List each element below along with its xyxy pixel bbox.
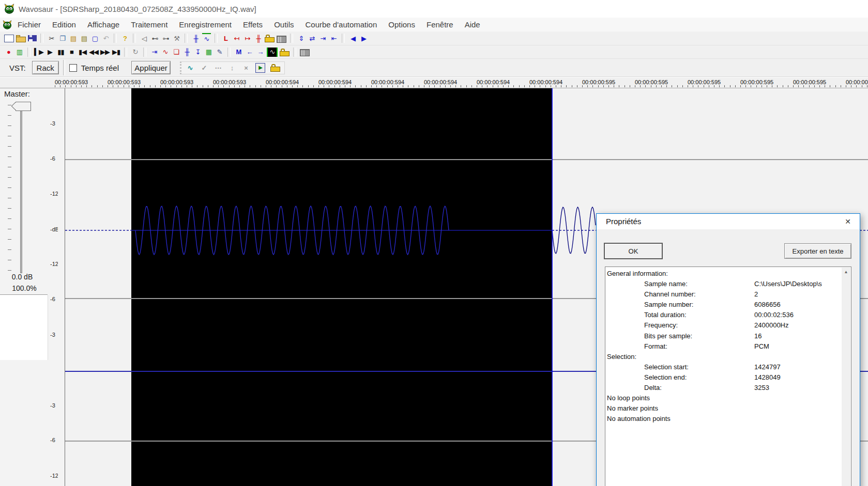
menu-affichage[interactable]: Affichage xyxy=(82,20,125,29)
properties-row: Sample name:C:\Users\JP\Desktop\s xyxy=(607,280,840,290)
ok-button[interactable]: OK xyxy=(604,243,663,259)
export-text-button[interactable]: Exporter en texte xyxy=(784,243,851,259)
paste-icon[interactable]: ▤ xyxy=(69,34,78,43)
wave-cut-icon[interactable]: ╫ xyxy=(254,34,263,43)
properties-row: Selection: xyxy=(607,353,840,363)
properties-row: No automation points xyxy=(607,415,840,425)
next-view-icon[interactable]: ▶ xyxy=(359,34,368,43)
wave-display-icon[interactable]: ╫ xyxy=(182,48,191,57)
lock-2-icon[interactable] xyxy=(280,51,290,56)
pause-icon[interactable]: ▮▮ xyxy=(56,48,65,57)
scroll-up-icon[interactable]: ▲ xyxy=(842,268,850,276)
marker-right-icon[interactable]: ↦ xyxy=(243,34,252,43)
marker-next-icon[interactable]: → xyxy=(256,48,265,57)
batch-file-icon[interactable]: ❏ xyxy=(172,48,180,57)
rewind-icon[interactable]: ◀◀ xyxy=(89,48,98,57)
db-scale-label: -3 xyxy=(50,120,58,128)
menu-effets[interactable]: Effets xyxy=(237,20,268,29)
wave-insert-icon[interactable]: ╫ xyxy=(191,34,200,43)
draw-wave-icon[interactable]: ✎ xyxy=(215,48,224,57)
apply-button[interactable]: Appliquer xyxy=(131,61,171,74)
open-file-icon[interactable] xyxy=(16,37,26,42)
cut-icon[interactable]: ✂ xyxy=(47,34,56,43)
play-icon[interactable]: ▶ xyxy=(45,48,54,57)
zoom-in-icon[interactable]: ⇥ xyxy=(318,34,327,43)
toolbar-separator xyxy=(185,34,188,43)
remove-vst-icon[interactable]: × xyxy=(241,63,250,72)
node-1-icon[interactable]: ⊷ xyxy=(150,34,159,43)
apply-check-icon[interactable]: ✓ xyxy=(200,63,208,72)
master-gain-value: 0.0 dB xyxy=(0,273,44,281)
help-icon[interactable]: ? xyxy=(120,34,129,43)
go-start-icon[interactable]: ▮◀ xyxy=(78,48,87,57)
ruler-label: 00:00:00:594 xyxy=(529,79,562,85)
copy-icon[interactable]: ❐ xyxy=(58,34,67,43)
tools-config-icon[interactable]: ⚒ xyxy=(172,34,181,43)
snap-zero-cross-icon[interactable]: ↧ xyxy=(193,48,202,57)
zoom-vertical-icon[interactable]: ⇕ xyxy=(297,34,306,43)
record-icon[interactable]: ● xyxy=(4,48,13,57)
menu-fen-tre[interactable]: Fenêtre xyxy=(421,20,459,29)
master-slider-handle[interactable] xyxy=(16,102,31,111)
fast-forward-icon[interactable]: ▶▶ xyxy=(100,48,110,57)
zoom-selection-icon[interactable]: ⇄ xyxy=(308,34,316,43)
automation-curve-icon[interactable]: ∿ xyxy=(186,63,194,72)
lock-1-icon[interactable] xyxy=(265,37,275,42)
menu-edition[interactable]: Edition xyxy=(47,20,82,29)
loop-point-icon[interactable]: L xyxy=(221,34,230,43)
ruler-label: 00:00:00:594 xyxy=(318,79,352,85)
marker-icon[interactable]: M xyxy=(234,48,243,57)
marker-left-icon[interactable]: ↤ xyxy=(232,34,241,43)
menu-fichier[interactable]: Fichier xyxy=(12,20,47,29)
db-scale-label: -6 xyxy=(50,437,58,444)
realtime-checkbox[interactable] xyxy=(69,64,77,72)
marker-prev-icon[interactable]: ← xyxy=(245,48,254,57)
resize-vst-icon[interactable]: ↕ xyxy=(227,63,236,72)
marker-wave-icon[interactable]: ∿ xyxy=(267,48,278,57)
zoom-out-icon[interactable]: ⇤ xyxy=(329,34,338,43)
rack-button[interactable]: Rack xyxy=(32,61,59,74)
dialog-title-bar[interactable]: Propriétés ✕ xyxy=(597,214,860,229)
delete-1-icon[interactable] xyxy=(277,36,286,43)
app-logo-icon xyxy=(4,4,14,14)
loop-playback-icon[interactable]: ↻ xyxy=(131,48,140,57)
monitor-levels-icon[interactable]: ▥ xyxy=(15,48,24,57)
audio-config-icon[interactable]: ◁ xyxy=(140,34,148,43)
select-all-icon[interactable]: ▢ xyxy=(90,34,99,43)
insert-file-icon[interactable]: ⇥ xyxy=(150,48,159,57)
properties-rows: General information:Sample name:C:\Users… xyxy=(607,270,840,425)
go-end-icon[interactable]: ▶▮ xyxy=(112,48,120,57)
ruler-label: 00:00:00:594 xyxy=(424,79,457,85)
play-from-cursor-icon[interactable]: ▍▶ xyxy=(34,48,43,57)
menu-outils[interactable]: Outils xyxy=(268,20,299,29)
new-file-icon[interactable] xyxy=(4,35,14,42)
paste-special-icon[interactable]: ▤ xyxy=(80,34,88,43)
node-2-icon[interactable]: ⊶ xyxy=(161,34,170,43)
delete-2-icon[interactable] xyxy=(300,49,310,56)
lock-3-icon[interactable] xyxy=(270,67,280,72)
master-volume-value: 100.0% xyxy=(0,284,49,292)
statistics-icon[interactable]: ▦ xyxy=(204,48,213,57)
wave-normalize-icon[interactable]: ∿ xyxy=(202,33,211,43)
ruler-label: 00:00:00:595 xyxy=(635,79,668,85)
menu-aide[interactable]: Aide xyxy=(459,20,486,29)
bypass-dots-icon[interactable]: ⋯ xyxy=(214,63,222,72)
menu-enregistrement[interactable]: Enregistrement xyxy=(173,20,237,29)
vst-label: VST: xyxy=(9,64,26,72)
vst-play-icon[interactable]: ▶ xyxy=(255,63,265,73)
dialog-scrollbar[interactable]: ▲ ▼ xyxy=(842,268,850,486)
ruler-label: 00:00:00:595 xyxy=(688,79,721,85)
save-file-icon[interactable] xyxy=(28,35,37,41)
properties-row: Selection end:1428049 xyxy=(607,373,840,384)
analysis-curve-icon[interactable]: ∿ xyxy=(161,48,170,57)
close-icon[interactable]: ✕ xyxy=(840,214,856,229)
undo-icon[interactable]: ↶ xyxy=(101,34,110,43)
timeline-ruler[interactable]: 00:00:00:59300:00:00:59300:00:00:59300:0… xyxy=(0,77,868,88)
toolbar-separator xyxy=(293,48,296,57)
menu-courbe-d-automation[interactable]: Courbe d'automation xyxy=(299,20,383,29)
menu-traitement[interactable]: Traitement xyxy=(125,20,173,29)
menu-options[interactable]: Options xyxy=(383,20,421,29)
stop-icon[interactable]: ■ xyxy=(67,48,76,57)
wavosaur-window: Wavosaur - [SDRSharp_20180430_072508Z_43… xyxy=(0,0,868,486)
prev-view-icon[interactable]: ◀ xyxy=(348,34,357,43)
